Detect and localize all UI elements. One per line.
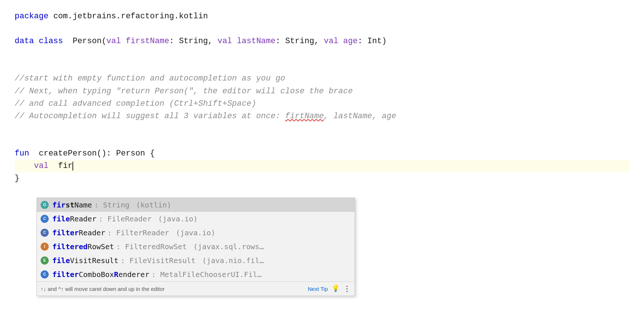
keyword-fun: fun — [15, 149, 29, 158]
fun-name: createPerson(): Person { — [34, 149, 155, 158]
ac-source-1: (java.io) — [158, 214, 198, 223]
keyword-val-3: val — [324, 37, 338, 46]
ac-text-0: firstName: String (kotlin) — [52, 200, 351, 210]
code-editor: package com.jetbrains.refactoring.kotlin… — [0, 0, 644, 322]
ac-source-3: (javax.sql.rows… — [193, 242, 264, 251]
ac-lter-5: lter — [61, 270, 79, 279]
ac-le-1: le — [61, 214, 70, 223]
code-line-5 — [15, 60, 629, 72]
bulb-icon[interactable]: 💡 — [332, 284, 340, 293]
next-tip-link[interactable]: Next Tip — [308, 285, 328, 293]
param-lastname: lastName — [232, 37, 276, 46]
closing-brace-line: } — [15, 172, 629, 185]
ac-item-filtercomboboxrenderer[interactable]: C filterComboBoxRenderer: MetalFileChoos… — [37, 267, 355, 281]
ac-bold-st: st — [65, 201, 74, 209]
package-name: com.jetbrains.refactoring.kotlin — [53, 12, 208, 21]
ac-lter-2: lter — [61, 228, 79, 237]
ac-icon-3: I — [41, 243, 49, 251]
type-string-2: String, — [285, 37, 319, 46]
ac-type-1: : FileReader — [98, 214, 151, 223]
ac-text-1: fileReader: FileReader (java.io) — [52, 214, 351, 224]
ac-icon-1: C — [41, 215, 49, 223]
param-firstname: firstName — [121, 37, 169, 46]
ac-highlight-3: fi — [52, 242, 61, 251]
ac-highlight-2: fi — [52, 228, 61, 237]
ac-icon-4: E — [41, 257, 49, 265]
code-line-4 — [15, 48, 629, 60]
autocomplete-popup: G firstName: String (kotlin) C fileReade… — [37, 198, 355, 296]
comment-line-2: // Next, when typing "return Person(", t… — [15, 85, 629, 98]
colon-2: : — [276, 37, 280, 46]
ac-type-4: : FileVisitResult — [121, 256, 196, 265]
ac-text-4: fileVisitResult: FileVisitResult (java.n… — [52, 255, 351, 266]
comment-line-4: // Autocompletion will suggest all 3 var… — [15, 110, 629, 123]
keyword-val-2: val — [218, 37, 232, 46]
colon-3: : — [357, 37, 362, 46]
ac-item-filevisitresult[interactable]: E fileVisitResult: FileVisitResult (java… — [37, 254, 355, 267]
ac-icon-5: C — [41, 270, 49, 278]
ac-text-2: filterReader: FilterReader (java.io) — [52, 228, 351, 238]
ac-ltered-3: ltered — [61, 242, 87, 251]
ac-text-5: filterComboBoxRenderer: MetalFileChooser… — [52, 269, 351, 280]
more-options-icon[interactable]: ⋮ — [343, 284, 351, 294]
typed-text: fir — [53, 161, 73, 171]
ac-rest-1: Reader — [70, 214, 96, 223]
ac-type-0: : String — [94, 201, 129, 209]
code-line-9 — [15, 123, 629, 135]
comment-line-3: // and call advanced completion (Ctrl+Sh… — [15, 98, 629, 110]
ac-highlight-0: fir — [52, 201, 65, 209]
ac-source-0: (kotlin) — [136, 201, 171, 209]
type-string-1: String, — [179, 37, 213, 46]
ac-item-filereader[interactable]: C fileReader: FileReader (java.io) — [37, 212, 355, 226]
text-cursor — [72, 162, 73, 171]
ac-r-5: R — [114, 270, 119, 279]
code-line-3: data class Person(val firstName: String,… — [15, 35, 629, 48]
ac-highlight-5: fi — [52, 270, 61, 279]
keyword-package: package — [15, 12, 48, 21]
comment-line-1: //start with empty function and autocomp… — [15, 72, 629, 85]
ac-icon-2: C — [41, 229, 49, 237]
keyword-class: class — [39, 37, 63, 46]
param-age: age — [338, 37, 358, 46]
ac-highlight-4: fi — [52, 256, 61, 265]
ac-type-5: : MetalFileChooserUI.Fil… — [151, 270, 262, 279]
ac-rest-3: RowSet — [87, 242, 114, 251]
type-int: Int) — [367, 37, 387, 46]
ac-footer-icons: 💡 ⋮ — [332, 284, 351, 294]
ac-icon-0: G — [41, 201, 49, 209]
ac-rest-0: Name — [74, 201, 92, 209]
colon-1: : — [169, 37, 174, 46]
ac-text-3: filteredRowSet: FilteredRowSet (javax.sq… — [52, 242, 351, 252]
ac-rest-5b: enderer — [119, 270, 149, 279]
val-fir-line: val fir — [15, 160, 629, 172]
ac-source-4: (java.nio.fil… — [202, 256, 264, 265]
ac-rest-4: VisitResult — [70, 256, 118, 265]
code-line-2 — [15, 23, 629, 35]
code-line-1: package com.jetbrains.refactoring.kotlin — [15, 10, 629, 23]
keyword-val-1: val — [106, 37, 121, 46]
ac-item-filterreader[interactable]: C filterReader: FilterReader (java.io) — [37, 226, 355, 240]
fun-line: fun createPerson(): Person { — [15, 147, 629, 160]
ac-item-filteredrowset[interactable]: I filteredRowSet: FilteredRowSet (javax.… — [37, 240, 355, 254]
code-line-10 — [15, 135, 629, 147]
ac-rest-5: ComboBox — [79, 270, 114, 279]
ac-type-2: : FilterReader — [108, 228, 169, 237]
ac-footer: ↑↓ and ^↑ will move caret down and up in… — [37, 281, 355, 296]
ac-highlight-1: fi — [52, 214, 61, 223]
keyword-val-inline: val — [34, 161, 49, 171]
ac-type-3: : FilteredRowSet — [116, 242, 187, 251]
class-name: Person( — [68, 37, 106, 46]
ac-footer-hint: ↑↓ and ^↑ will move caret down and up in… — [41, 285, 308, 293]
ac-rest-2: Reader — [79, 228, 105, 237]
ac-source-2: (java.io) — [176, 228, 215, 237]
ac-item-firstname[interactable]: G firstName: String (kotlin) — [37, 198, 355, 212]
keyword-data: data — [15, 37, 34, 46]
ac-le-4: le — [61, 256, 70, 265]
